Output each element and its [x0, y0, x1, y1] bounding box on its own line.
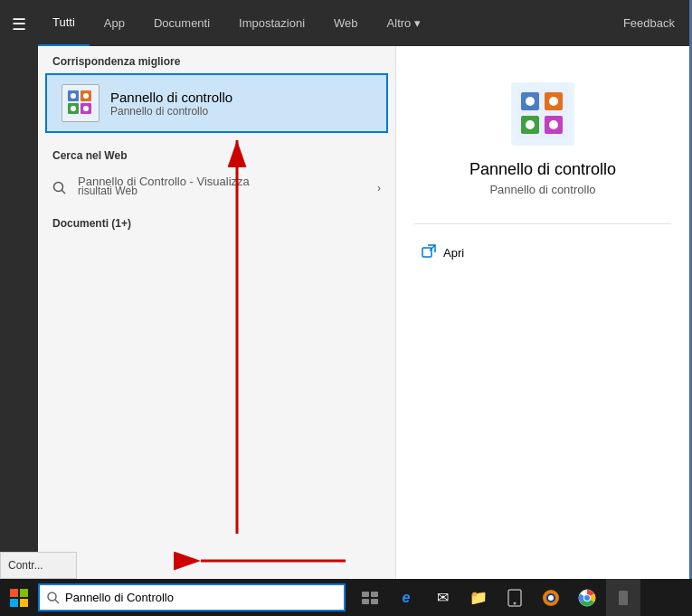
svg-rect-30: [362, 592, 369, 597]
taskbar-icons: e ✉ 📁: [353, 579, 640, 616]
web-search-sub: risultati Web: [78, 185, 377, 197]
open-button[interactable]: Apri: [414, 239, 471, 267]
search-icon-small: [52, 181, 67, 195]
svg-point-28: [48, 592, 56, 601]
svg-line-29: [55, 600, 59, 603]
tablet-icon: [618, 590, 629, 606]
hamburger-icon[interactable]: ☰: [5, 7, 33, 42]
tab-web[interactable]: Web: [319, 0, 373, 46]
windows-logo: [10, 589, 28, 607]
edge-label: e: [403, 590, 411, 606]
tab-impostazioni-label: Impostazioni: [239, 16, 305, 30]
app-desc: Pannello di controllo: [489, 183, 595, 196]
svg-point-15: [549, 97, 558, 106]
cp-icon-large-svg: [516, 87, 570, 141]
folder-button[interactable]: 📁: [461, 579, 496, 616]
divider: [414, 223, 671, 224]
mail-button[interactable]: ✉: [425, 579, 460, 616]
firefox-button[interactable]: [534, 579, 568, 616]
control-panel-icon-large: [511, 82, 574, 146]
tab-impostazioni[interactable]: Impostazioni: [224, 0, 319, 46]
taskbar: e ✉ 📁: [0, 579, 692, 616]
svg-rect-32: [362, 599, 369, 604]
dark-icon-button[interactable]: [606, 579, 640, 616]
svg-point-38: [548, 595, 554, 601]
taskbar-search-icon: [47, 592, 60, 604]
open-label: Apri: [443, 246, 464, 260]
firefox-icon: [542, 589, 560, 607]
svg-point-8: [83, 106, 89, 111]
web-search-item[interactable]: Pannello di Controllo - Visualizza risul…: [38, 167, 395, 208]
web-section-header: Cerca nel Web: [38, 140, 395, 167]
search-svg: [52, 181, 67, 195]
best-match-header: Corrispondenza migliore: [38, 46, 395, 73]
chevron-right-icon: ›: [377, 182, 381, 194]
taskbar-search-box[interactable]: [38, 583, 346, 611]
tab-tutti[interactable]: Tutti: [38, 0, 90, 46]
edge-button[interactable]: e: [389, 579, 423, 616]
tab-altro-label: Altro ▾: [387, 16, 421, 30]
tab-tutti-label: Tutti: [52, 15, 75, 29]
right-panel: Pannello di controllo Pannello di contro…: [395, 46, 689, 579]
search-panel: Tutti App Documenti Impostazioni Web Alt…: [38, 0, 689, 579]
svg-rect-27: [20, 599, 28, 607]
svg-rect-42: [619, 591, 628, 605]
web-search-content: Pannello di Controllo - Visualizza risul…: [78, 175, 377, 201]
chrome-icon: [578, 589, 596, 607]
svg-rect-31: [371, 592, 378, 597]
svg-point-17: [526, 120, 535, 129]
open-icon-svg: [422, 244, 436, 259]
svg-point-13: [526, 97, 535, 106]
svg-point-6: [71, 106, 76, 111]
tab-bar: Tutti App Documenti Impostazioni Web Alt…: [38, 0, 689, 46]
best-match-text: Pannello di controllo Pannello di contro…: [110, 90, 232, 118]
svg-rect-24: [10, 589, 18, 597]
desktop: ☰ Tutti App Documenti Impostazioni Web A…: [0, 0, 692, 616]
svg-point-19: [549, 120, 558, 129]
left-panel: Corrispondenza migliore: [38, 46, 395, 579]
best-match-item[interactable]: Pannello di controllo Pannello di contro…: [45, 73, 388, 133]
chrome-button[interactable]: [570, 579, 604, 616]
app-name-large: Pannello di controllo: [469, 160, 616, 179]
cp-icon-svg: [64, 87, 97, 119]
svg-rect-25: [20, 589, 28, 597]
best-match-subtitle: Pannello di controllo: [110, 105, 232, 118]
tab-documenti-label: Documenti: [154, 16, 210, 30]
phone-button[interactable]: [498, 579, 532, 616]
ctrl-btn-label: Contr...: [8, 559, 43, 572]
mail-icon: ✉: [437, 589, 449, 606]
feedback-label: Feedback: [623, 16, 675, 30]
ctrl-bottom-button[interactable]: Contr...: [0, 552, 77, 579]
tab-web-label: Web: [334, 16, 358, 30]
tab-altro[interactable]: Altro ▾: [373, 0, 435, 46]
folder-icon: 📁: [469, 589, 488, 606]
control-panel-icon-small: [62, 84, 100, 122]
svg-rect-33: [371, 599, 378, 604]
best-match-title: Pannello di controllo: [110, 90, 232, 105]
tab-documenti[interactable]: Documenti: [139, 0, 224, 46]
left-strip: ☰: [0, 0, 38, 579]
svg-rect-26: [10, 599, 18, 607]
task-view-icon: [362, 592, 378, 604]
svg-point-4: [83, 93, 89, 99]
svg-point-41: [584, 595, 590, 601]
feedback-button[interactable]: Feedback: [609, 0, 689, 46]
phone-icon: [507, 589, 522, 607]
task-view-button[interactable]: [353, 579, 387, 616]
svg-point-2: [71, 93, 76, 99]
tab-app-label: App: [104, 16, 125, 30]
taskbar-search-input[interactable]: [65, 591, 337, 604]
main-content: Corrispondenza migliore: [38, 46, 689, 579]
open-icon: [422, 244, 436, 261]
svg-point-35: [514, 602, 517, 604]
start-button[interactable]: [0, 579, 38, 616]
tab-app[interactable]: App: [90, 0, 139, 46]
svg-line-10: [62, 190, 65, 194]
documents-header: Documenti (1+): [38, 208, 395, 235]
